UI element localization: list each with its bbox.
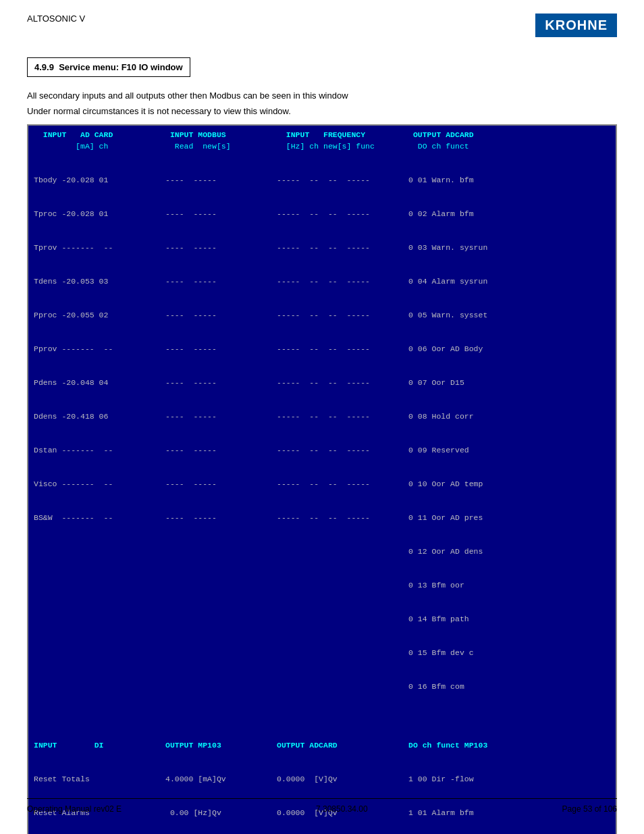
input-modbus-data: ---- ----- ---- ----- ---- ----- ---- --…	[165, 152, 277, 715]
col-subheader-4: DO ch funct	[408, 141, 469, 153]
section-title: 4.9.9 Service menu: F10 IO window	[27, 57, 190, 77]
intro-line1: All secondary inputs and all outputs oth…	[27, 90, 617, 101]
input-freq-data: ----- -- -- ----- ----- -- -- ----- ----…	[277, 152, 408, 715]
col-header-3: INPUT FREQUENCY	[277, 130, 408, 141]
bottom-output-adcard: OUTPUT ADCARD 0.0000 [V]Qv 0.0000 [V]Qv	[277, 718, 408, 834]
col-header-1: INPUT AD CARD	[34, 130, 165, 141]
col-header-4: OUTPUT ADCARD	[408, 130, 474, 141]
input-ad-data: Tbody -20.028 01 Tproc -20.028 01 Tprov …	[34, 152, 165, 715]
bottom-do-mp103: DO ch funct MP103 1 00 Dir -flow 1 01 Al…	[408, 718, 487, 834]
col-subheader-2: Read new[s]	[165, 141, 277, 153]
output-adcard-data: 0 01 Warn. bfm 0 02 Alarm bfm 0 03 Warn.…	[408, 152, 487, 715]
intro-line2: Under normal circumstances it is not nec…	[27, 106, 617, 116]
footer-left: Operating Manual rev02 E	[27, 804, 122, 814]
page-header: ALTOSONIC V KROHNE	[27, 14, 617, 37]
terminal-screen: INPUT AD CARD INPUT MODBUS INPUT FREQUEN…	[27, 124, 617, 834]
col-subheader-3: [Hz] ch new[s] func	[277, 141, 408, 153]
footer-center: 7.30850.34.00	[316, 804, 368, 814]
col-subheader-1: [mA] ch	[34, 141, 165, 153]
product-title: ALTOSONIC V	[27, 14, 85, 24]
krohne-logo: KROHNE	[535, 14, 617, 37]
page-footer: Operating Manual rev02 E 7.30850.34.00 P…	[27, 798, 617, 814]
col-header-2: INPUT MODBUS	[165, 130, 277, 141]
footer-right: Page 53 of 106	[562, 804, 617, 814]
bottom-input-di: INPUT DI Reset Totals Reset Alarms	[34, 718, 165, 834]
bottom-output-mp103: OUTPUT MP103 4.0000 [mA]Qv 0.00 [Hz]Qv	[165, 718, 277, 834]
